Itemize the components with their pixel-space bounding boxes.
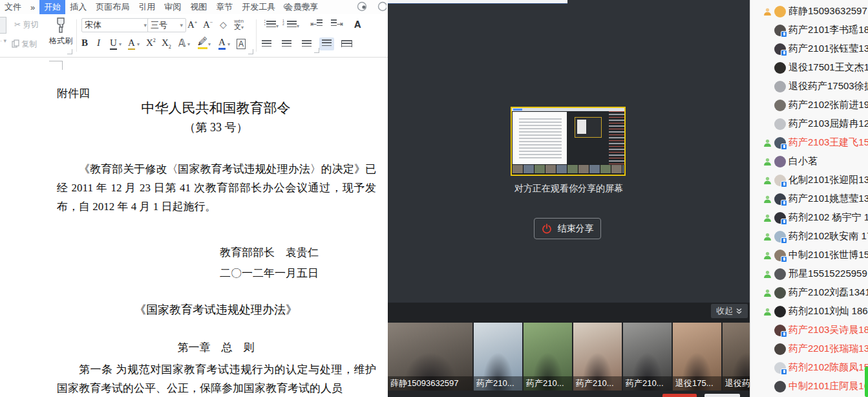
video-tile[interactable]: 退役药 (723, 323, 750, 391)
font-name-select[interactable]: 宋体▾ (81, 18, 150, 32)
video-tile[interactable]: 药产210... (524, 323, 572, 391)
search-box[interactable]: 查找 (283, 1, 310, 13)
format-painter-button[interactable]: 格式刷 (47, 17, 75, 47)
participant-row[interactable]: 药剂2101刘灿 18637 (750, 302, 868, 321)
participant-row[interactable]: 退役17501王文杰1321 (750, 58, 868, 77)
participant-name: 药剂2101刘灿 18637 (789, 305, 868, 317)
menu-tab[interactable]: 开发工具 (237, 0, 280, 14)
menu-tab[interactable]: 引用 (134, 0, 160, 14)
participant-row[interactable]: 药剂2102耿安南 1759 (750, 227, 868, 246)
numbered-list-button[interactable]: ▾ (287, 21, 299, 30)
participant-name: 药产2102张前进19939 (789, 99, 868, 111)
menu-tab[interactable]: 插入 (65, 0, 91, 14)
cut-button[interactable]: ✂ 剪切 (14, 19, 38, 30)
share-preview-thumbnail (511, 107, 626, 176)
participant-row[interactable]: 药产2102刘磊134198 (750, 283, 868, 302)
subscript-button[interactable]: X2 (162, 38, 171, 50)
participant-name: 药剂2102 杨宇宁 1373 (789, 211, 868, 224)
participant-row[interactable]: 药产2201张瑞瑞13939 (750, 339, 868, 358)
menu-tab[interactable]: 文件 (0, 0, 26, 14)
participant-row[interactable]: 药产2101张钰莹13072 (750, 39, 868, 58)
justify-button[interactable] (319, 38, 334, 50)
end-share-button[interactable]: 结束分享 (534, 218, 601, 239)
doc-paragraph-1: 《教育部关于修改〈国家教育考试违规处理办法〉的决定》已经 2011 年 12 月… (57, 160, 376, 216)
font-color-button[interactable]: A (218, 37, 226, 50)
participant-row[interactable]: 中制2101庄阿晨1663 (750, 377, 868, 396)
sort-icon[interactable]: 𝐀 (354, 19, 361, 30)
video-tile[interactable]: 药产210... (573, 323, 622, 391)
participant-row[interactable]: 药产2103吴诗晨18336 (750, 321, 868, 339)
menu-tab[interactable]: 章节 (211, 0, 237, 14)
text-effects-button[interactable]: 𝔸 (178, 38, 185, 49)
participant-row[interactable]: 中制2101张世博15139 (750, 246, 868, 264)
menu-tab[interactable]: 视图 (185, 0, 211, 14)
scrollbar-thumb[interactable] (865, 367, 868, 397)
participant-row[interactable]: 白小茗 (750, 152, 868, 171)
increase-font-button[interactable]: A+ (187, 19, 197, 30)
white-button-fragment[interactable] (704, 394, 740, 397)
document-canvas[interactable]: 附件四 中华人民共和国教育部令 （第 33 号） 《教育部关于修改〈国家教育考试… (0, 58, 388, 397)
video-tile[interactable]: 药产210... (474, 323, 522, 391)
participant-row[interactable]: 药产2101李书瑶18338 (750, 21, 868, 39)
participant-row[interactable]: 药剂2102 杨宇宁 1373 (750, 208, 868, 227)
bold-button[interactable]: B (81, 38, 88, 48)
power-icon (542, 224, 552, 234)
mini-titlebar (512, 108, 624, 111)
avatar (774, 325, 786, 336)
participant-row[interactable]: 退役药产17503徐振梁 (750, 77, 868, 96)
avatar (774, 268, 786, 280)
video-tile-label: 药产210... (573, 376, 622, 391)
person-state-icon (763, 157, 772, 166)
copy-button[interactable]: 复制 (12, 39, 37, 50)
copy-icon (12, 39, 19, 48)
margin-mark (49, 61, 63, 70)
font-size-select[interactable]: 三号▾ (147, 18, 186, 32)
menu-tab[interactable]: » (26, 1, 39, 14)
participant-row[interactable]: 药剂2102陈颜凤15890 (750, 358, 868, 377)
video-tile[interactable]: 退役175... (673, 323, 721, 391)
video-thumbnails: 薛静15093632597 药产210... 药产210... 药产210...… (388, 323, 750, 391)
bullet-list-button[interactable]: ▾ (266, 21, 279, 30)
participant-row[interactable]: 药产2102张前进19939 (750, 96, 868, 114)
superscript-button[interactable]: X2 (146, 38, 156, 48)
highlight-color-button[interactable]: 🖉 (198, 36, 207, 49)
align-left-button[interactable] (262, 40, 271, 49)
align-center-button[interactable] (282, 40, 291, 49)
mobile-badge-icon (781, 237, 787, 244)
mini-video-strip (513, 165, 624, 173)
paste-caret[interactable]: · ▾ (0, 38, 6, 44)
wps-menubar: 文件 » 开始 插入 页面布局 引用 审阅 视图 章节 开发工具 会员专享 (0, 0, 388, 14)
participant-row[interactable]: 化制2101张迎阳13937 (750, 171, 868, 189)
avatar (774, 6, 786, 17)
align-right-button[interactable] (302, 40, 312, 49)
decrease-font-button[interactable]: A− (203, 19, 213, 30)
video-tile[interactable]: 薛静15093632597 (388, 323, 472, 391)
italic-button[interactable]: I (97, 38, 100, 48)
strikethrough-button[interactable]: A (128, 38, 135, 50)
wps-ribbon: · ▾ ✂ 剪切 复制 格式刷 宋体▾ 三号▾ A+ A− (0, 14, 388, 58)
pinyin-guide-button[interactable]: wén 文▾ (234, 17, 244, 30)
doc-chapter: 第一章 总 则 (35, 340, 388, 355)
distribute-button[interactable] (341, 40, 352, 49)
clear-format-icon[interactable]: ◇ (220, 19, 227, 30)
paste-icon[interactable] (0, 17, 6, 34)
window-controls[interactable] (357, 1, 386, 12)
collapse-videos-button[interactable]: 收起 (711, 304, 748, 318)
participant-name: 邢星15515225959 (789, 268, 868, 280)
menu-tab[interactable]: 审阅 (160, 0, 185, 14)
menu-tab[interactable]: 页面布局 (91, 0, 134, 14)
red-button-fragment[interactable] (662, 394, 697, 397)
participant-row[interactable]: 药产2103王建飞15311 (750, 133, 868, 152)
participant-row[interactable]: 药产2103屈婧冉12838 (750, 114, 868, 133)
avatar (774, 193, 786, 205)
decrease-indent-icon[interactable]: ⇤ (310, 19, 323, 28)
video-tile[interactable]: 药产210... (623, 323, 672, 391)
participant-row[interactable]: 薛静15093632597 (750, 2, 868, 21)
menu-tab[interactable]: 开始 (39, 0, 65, 14)
underline-button[interactable]: U (110, 38, 117, 50)
participant-row[interactable]: 药产2101姚慧莹13223 (750, 189, 868, 208)
increase-indent-icon[interactable]: ⇥ (331, 19, 343, 28)
participant-row[interactable]: 邢星15515225959 (750, 264, 868, 283)
character-border-button[interactable]: A (237, 39, 246, 49)
account-icon (357, 1, 367, 12)
